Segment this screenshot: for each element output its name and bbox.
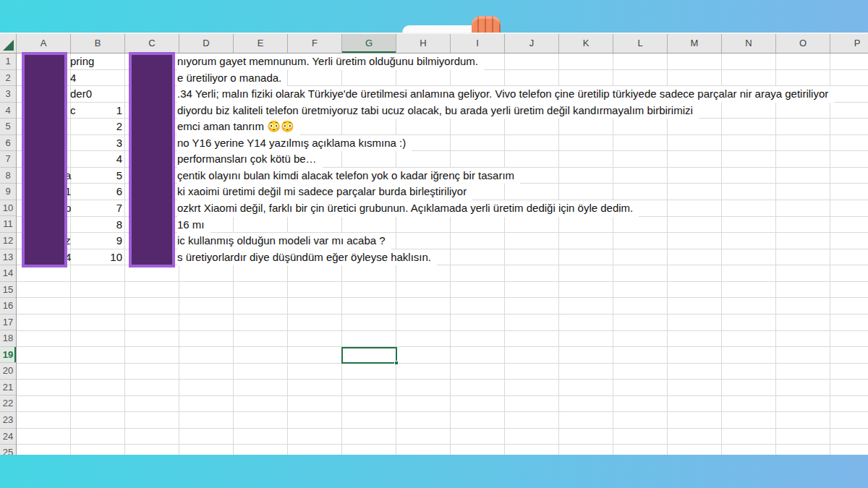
row-header-20[interactable]: 20 (0, 363, 16, 380)
cell-a2-spill-text[interactable]: 4 (70, 70, 76, 87)
cell-c3-comment-text[interactable]: .34 Yerli; malın fiziki olarak Türkiye'd… (177, 86, 834, 103)
cell-c12-comment-text[interactable]: ic kullanmış olduğun modeli var mı acaba… (177, 233, 391, 249)
column-header-h[interactable]: H (396, 34, 451, 53)
cell-c7-comment-text[interactable]: performansları çok kötü be… (177, 151, 323, 168)
column-header-c[interactable]: C (125, 34, 179, 53)
cell-c6-comment-text[interactable]: no Y16 yerine Y14 yazılmış açıklama kısm… (177, 135, 412, 152)
cell-b7-value[interactable]: 4 (71, 151, 122, 168)
cell-b8-value[interactable]: 5 (71, 168, 122, 184)
cell-c11-comment-text[interactable]: 16 mı (177, 217, 210, 234)
row-header-15[interactable]: 15 (0, 282, 16, 299)
column-header-e[interactable]: E (234, 34, 288, 53)
cell-b10-value[interactable]: 7 (71, 200, 122, 217)
column-header-row: ABCDEFGHIJKLMNOP (0, 34, 868, 53)
cell-b13-value[interactable]: 10 (71, 249, 122, 266)
row-header-18[interactable]: 18 (0, 330, 16, 347)
cell-b12-value[interactable]: 9 (71, 233, 122, 249)
column-header-p[interactable]: P (830, 34, 868, 53)
cell-c4-comment-text[interactable]: diyordu biz kaliteli telefon üretmiyoruz… (177, 103, 699, 119)
cell-b5-value[interactable]: 2 (71, 119, 122, 135)
row-header-14[interactable]: 14 (0, 265, 16, 282)
column-header-j[interactable]: J (505, 34, 559, 53)
row-header-8[interactable]: 8 (0, 168, 16, 184)
row-header-16[interactable]: 16 (0, 298, 16, 314)
cell-c8-comment-text[interactable]: çentik olayını bulan kimdi alacak telefo… (177, 168, 520, 184)
cell-b9-value[interactable]: 6 (71, 184, 122, 200)
select-all-triangle-icon (3, 40, 14, 51)
column-header-g[interactable]: G (342, 34, 396, 53)
row-header-column: 1234567891011121314151617181920212223242… (0, 53, 17, 455)
redaction-box-column-a (22, 52, 67, 267)
column-header-o[interactable]: O (776, 34, 830, 53)
row-header-11[interactable]: 11 (0, 216, 16, 233)
row-header-1[interactable]: 1 (0, 53, 16, 70)
column-header-d[interactable]: D (179, 34, 234, 53)
row-header-12[interactable]: 12 (0, 233, 16, 249)
column-header-f[interactable]: F (288, 34, 342, 53)
cell-c5-comment-text[interactable]: emci aman tanrım 😳😳 (177, 119, 300, 135)
cell-c9-comment-text[interactable]: ki xaoimi üretimi değil mi sadece parçal… (177, 184, 472, 200)
row-header-25[interactable]: 25 (0, 445, 16, 455)
row-header-17[interactable]: 17 (0, 314, 16, 331)
row-header-19[interactable]: 19 (0, 347, 16, 364)
row-header-4[interactable]: 4 (0, 103, 16, 119)
row-header-21[interactable]: 21 (0, 380, 16, 396)
row-header-7[interactable]: 7 (0, 151, 16, 168)
cell-grid[interactable]: 1234567891011121314151617181920212223242… (0, 53, 868, 455)
redaction-box-column-c (129, 52, 175, 267)
selected-cell-g19[interactable] (341, 347, 397, 364)
row-header-5[interactable]: 5 (0, 119, 16, 135)
cell-a1-spill-text[interactable]: pring (70, 53, 94, 70)
cell-c13-comment-text[interactable]: s üretiyorlardır diye düşündüm eğer öyle… (177, 249, 437, 266)
row-header-13[interactable]: 13 (0, 249, 16, 266)
cell-c2-comment-text[interactable]: e üretiliyor o manada. (177, 70, 287, 87)
row-header-6[interactable]: 6 (0, 135, 16, 152)
row-header-23[interactable]: 23 (0, 412, 16, 429)
column-header-b[interactable]: B (71, 34, 125, 53)
row-header-9[interactable]: 9 (0, 184, 16, 200)
spreadsheet: ABCDEFGHIJKLMNOP 12345678910111213141516… (0, 33, 868, 455)
column-header-k[interactable]: K (559, 34, 613, 53)
row-header-2[interactable]: 2 (0, 70, 16, 87)
column-header-m[interactable]: M (668, 34, 722, 53)
cell-c10-comment-text[interactable]: ozkrt Xiaomi değil, farklı bir çin üreti… (177, 200, 639, 217)
column-header-l[interactable]: L (613, 34, 668, 53)
cell-b11-value[interactable]: 8 (71, 217, 122, 234)
row-header-24[interactable]: 24 (0, 429, 16, 445)
cell-b6-value[interactable]: 3 (71, 135, 122, 152)
row-header-10[interactable]: 10 (0, 200, 16, 217)
column-header-i[interactable]: I (451, 34, 505, 53)
cell-a3-spill-text[interactable]: der0 (70, 86, 92, 103)
cell-c1-comment-text[interactable]: nıyorum gayet memnunum. Yerli üretim old… (177, 53, 484, 70)
cell-b4-value[interactable]: 1 (71, 103, 122, 119)
row-header-22[interactable]: 22 (0, 395, 16, 412)
row-header-3[interactable]: 3 (0, 86, 16, 103)
column-header-a[interactable]: A (17, 34, 71, 53)
select-all-corner[interactable] (0, 34, 17, 53)
fill-handle[interactable] (394, 361, 399, 365)
column-header-n[interactable]: N (722, 34, 776, 53)
